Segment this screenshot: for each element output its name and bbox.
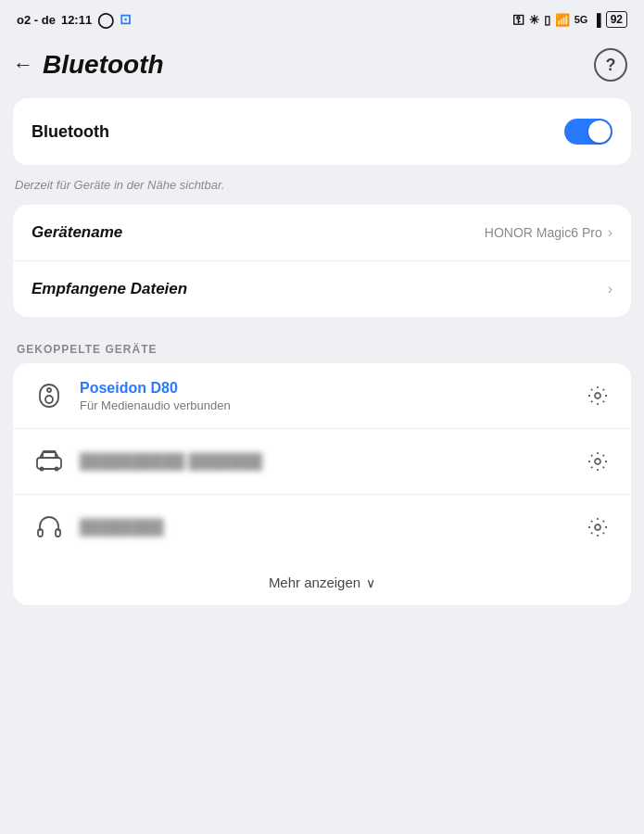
signal-bars-icon: ▐ <box>592 13 600 27</box>
device-settings-button[interactable] <box>583 381 612 411</box>
device-name-value: HONOR Magic6 Pro › <box>485 224 612 241</box>
device-info: ██████████ ███████ <box>80 453 570 470</box>
app-icon: ⊡ <box>120 11 132 28</box>
device-row: ████████ <box>13 494 631 560</box>
svg-point-5 <box>40 467 44 472</box>
wifi-icon: 📶 <box>555 13 570 27</box>
back-button[interactable]: ← <box>13 55 33 75</box>
device-name-blurred: ██████████ ███████ <box>80 453 570 470</box>
carrier-label: o2 - de <box>17 13 56 27</box>
svg-rect-7 <box>43 452 56 458</box>
received-files-chevron: › <box>608 281 612 297</box>
svg-point-11 <box>595 524 600 530</box>
messenger-icon: ◯ <box>97 11 114 29</box>
device-name-blurred: ████████ <box>80 519 570 536</box>
bluetooth-icon: ✳ <box>529 13 539 27</box>
device-name-chevron: › <box>608 224 612 241</box>
settings-card: Gerätename HONOR Magic6 Pro › Empfangene… <box>13 205 631 317</box>
device-settings-button[interactable] <box>583 447 612 476</box>
device-status: Für Medienaudio verbunden <box>80 398 570 412</box>
received-files-label: Empfangene Dateien <box>32 280 187 298</box>
signal-5g-icon: 5G <box>575 14 588 25</box>
paired-devices-card: Poseidon D80 Für Medienaudio verbunden █… <box>13 363 631 605</box>
received-files-row[interactable]: Empfangene Dateien › <box>13 260 631 317</box>
battery-indicator: 92 <box>606 11 627 28</box>
paired-section-label: GEKOPPELTE GERÄTE <box>0 326 644 363</box>
svg-point-2 <box>47 388 51 392</box>
show-more-chevron-icon: ∨ <box>366 575 375 590</box>
status-right: ⚿ ✳ ▯ 📶 5G ▐ 92 <box>512 11 627 28</box>
toggle-knob <box>588 120 611 143</box>
status-left: o2 - de 12:11 ◯ ⊡ <box>17 11 132 29</box>
device-row: ██████████ ███████ <box>13 428 631 494</box>
device-settings-button[interactable] <box>583 512 612 542</box>
bluetooth-toggle-switch[interactable] <box>564 119 612 145</box>
device-row: Poseidon D80 Für Medienaudio verbunden <box>13 363 631 428</box>
svg-point-8 <box>595 459 600 464</box>
device-info: Poseidon D80 Für Medienaudio verbunden <box>80 380 570 412</box>
status-bar: o2 - de 12:11 ◯ ⊡ ⚿ ✳ ▯ 📶 5G ▐ 92 <box>0 0 644 35</box>
key-icon: ⚿ <box>512 13 524 27</box>
headphones-icon <box>32 510 67 545</box>
header-left: ← Bluetooth <box>13 50 164 80</box>
page-title: Bluetooth <box>43 50 164 80</box>
svg-point-3 <box>595 393 600 398</box>
vibrate-icon: ▯ <box>544 13 550 27</box>
bluetooth-toggle-card: Bluetooth <box>13 98 631 165</box>
device-info: ████████ <box>80 519 570 536</box>
device-name-label: Gerätename <box>32 223 122 242</box>
show-more-button[interactable]: Mehr anzeigen ∨ <box>13 560 631 605</box>
svg-point-1 <box>45 396 53 403</box>
device-name: Poseidon D80 <box>80 380 570 397</box>
visible-hint: Derzeit für Geräte in der Nähe sichtbar. <box>0 174 644 205</box>
car-icon <box>32 444 67 479</box>
time-label: 12:11 <box>61 13 92 27</box>
bluetooth-toggle-label: Bluetooth <box>32 122 109 142</box>
help-button[interactable]: ? <box>594 48 627 82</box>
device-name-row[interactable]: Gerätename HONOR Magic6 Pro › <box>13 205 631 260</box>
show-more-label: Mehr anzeigen <box>269 575 360 590</box>
speaker-icon <box>32 378 67 413</box>
bluetooth-toggle-row: Bluetooth <box>13 98 631 165</box>
svg-point-6 <box>55 467 59 472</box>
page-header: ← Bluetooth ? <box>0 35 644 98</box>
